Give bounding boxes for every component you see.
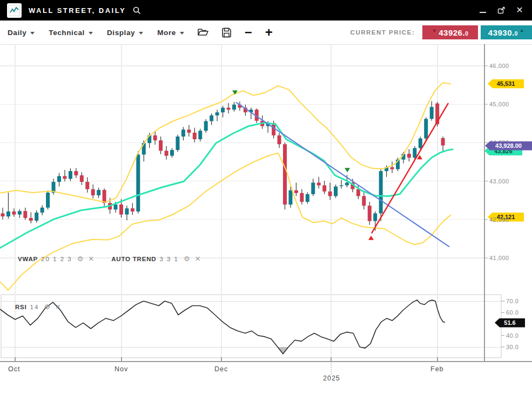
popout-button[interactable] — [496, 5, 506, 15]
rsi-axis-label: 60.0 — [506, 309, 518, 316]
rsi-indicator-label: RSI — [15, 304, 27, 310]
vwap-indicator-row: VWAP 20 1 2 3 ⚙ ✕ AUTO TREND 3 3 1 ⚙ ✕ — [18, 255, 201, 263]
arrow-up-icon: ▲ — [520, 28, 524, 33]
last-price-tag: 43,928.00 — [485, 141, 532, 151]
month-label: Nov — [115, 365, 128, 373]
buy-price: 43930. — [488, 28, 515, 37]
chevron-down-icon — [180, 32, 184, 35]
technical-dropdown[interactable]: Technical — [49, 29, 93, 37]
chevron-down-icon — [89, 32, 93, 35]
open-folder-icon[interactable] — [197, 28, 208, 37]
display-dropdown[interactable]: Display — [107, 29, 143, 37]
upper-band-price-tag: 45,531 — [488, 79, 524, 88]
gear-icon[interactable]: ⚙ — [77, 255, 84, 263]
rsi-value-tag: 51.6 — [495, 318, 525, 328]
rsi-indicator-row: RSI 14 ⚙ ✕ — [15, 303, 61, 311]
more-dropdown[interactable]: More — [157, 29, 184, 37]
zoom-out-button[interactable]: − — [245, 27, 252, 38]
rsi-axis-label: 70.0 — [506, 298, 518, 304]
save-icon[interactable] — [221, 28, 232, 38]
price-axis-label: 46,000 — [489, 63, 509, 69]
chevron-down-icon — [30, 32, 35, 35]
trading-app-window: WALL STREET, DAILY ✕ Daily — [0, 0, 532, 395]
month-label: Feb — [430, 365, 444, 373]
vwap-indicator-label: VWAP — [18, 256, 38, 262]
chart-area: VWAP 20 1 2 3 ⚙ ✕ AUTO TREND 3 3 1 ⚙ ✕ R… — [0, 44, 532, 395]
month-label: Oct — [8, 365, 20, 373]
vwap-indicator-params: 20 1 2 3 — [41, 256, 72, 262]
rsi-axis-label: 40.0 — [506, 332, 518, 339]
app-chart-icon — [7, 3, 22, 18]
month-label: Dec — [214, 365, 228, 373]
timeframe-dropdown[interactable]: Daily — [8, 29, 35, 37]
price-axis-label: 45,000 — [489, 101, 509, 107]
titlebar: WALL STREET, DAILY ✕ — [0, 0, 532, 21]
rsi-indicator-params: 14 — [30, 304, 39, 310]
arrow-down-icon: ▼ — [432, 28, 437, 33]
year-label: 2025 — [323, 374, 340, 382]
autotrend-indicator-label: AUTO TREND — [111, 256, 156, 262]
price-axis-label: 42,000 — [489, 216, 509, 223]
window-title: WALL STREET, DAILY — [29, 6, 126, 15]
remove-indicator-icon[interactable]: ✕ — [55, 303, 61, 311]
technical-dropdown-label: Technical — [49, 29, 85, 37]
more-dropdown-label: More — [157, 29, 176, 37]
buy-price-button[interactable]: 43930.0▲ — [481, 25, 532, 39]
autotrend-indicator-params: 3 3 1 — [159, 256, 179, 262]
sell-price: 43926. — [439, 28, 465, 37]
price-axis-label: 43,000 — [489, 178, 509, 185]
gear-icon[interactable]: ⚙ — [184, 255, 190, 263]
chart-canvas[interactable] — [0, 44, 532, 395]
price-axis-label: 41,000 — [489, 255, 509, 261]
remove-indicator-icon[interactable]: ✕ — [195, 255, 201, 263]
search-icon[interactable] — [132, 6, 142, 15]
minimize-button[interactable] — [478, 5, 488, 15]
current-price-area: CURRENT PRICE: ▼43926.0 43930.0▲ — [351, 25, 532, 39]
zoom-in-button[interactable]: + — [265, 27, 273, 38]
rsi-axis-label: 30.0 — [506, 344, 518, 350]
gear-icon[interactable]: ⚙ — [44, 303, 50, 311]
sell-price-button[interactable]: ▼43926.0 — [422, 25, 478, 39]
display-dropdown-label: Display — [107, 29, 135, 37]
remove-indicator-icon[interactable]: ✕ — [88, 255, 94, 263]
close-button[interactable]: ✕ — [515, 5, 524, 15]
chevron-down-icon — [139, 32, 143, 35]
toolbar: Daily Technical Display More — [0, 21, 532, 45]
current-price-label: CURRENT PRICE: — [351, 29, 415, 36]
timeframe-dropdown-label: Daily — [8, 29, 26, 37]
window-controls: ✕ — [478, 5, 524, 15]
